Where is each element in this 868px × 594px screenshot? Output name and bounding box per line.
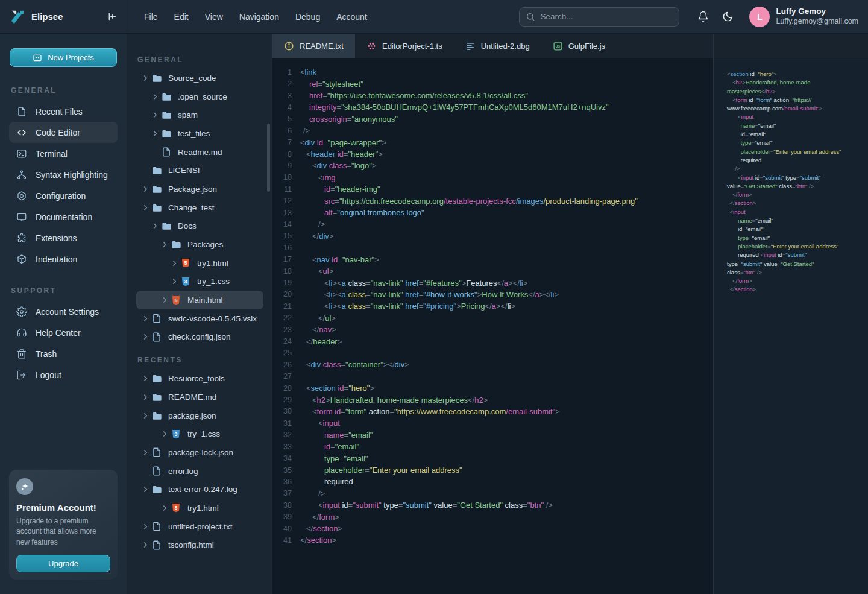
editor-tab-editorporject-1.ts[interactable]: EditorPorject-1.ts — [355, 34, 454, 58]
sidebar-item-terminal[interactable]: Terminal — [9, 143, 118, 164]
code-area[interactable]: 1<link2rel="stylesheet"3href="https://us… — [272, 58, 713, 546]
code-line[interactable]: 7<div id="page-wrapper"> — [272, 136, 713, 148]
tree-item-tsconfig.html[interactable]: tsconfig.html — [136, 536, 263, 555]
code-line[interactable]: 32name="email" — [272, 429, 713, 441]
code-line[interactable]: 40</section> — [272, 523, 713, 534]
editor-tab-readme.txt[interactable]: README.txt — [272, 34, 355, 58]
chevron-right-icon[interactable] — [152, 223, 161, 229]
code-line[interactable]: 33id="email" — [272, 441, 713, 452]
code-line[interactable]: 23</nav> — [272, 324, 713, 335]
tree-item-test_files[interactable]: test_files — [136, 124, 263, 143]
code-line[interactable]: 27 — [272, 371, 713, 382]
tree-item-try1.html[interactable]: 5try1.html — [136, 499, 263, 517]
code-line[interactable]: 9<div class="logo"> — [272, 160, 713, 171]
code-line[interactable]: 20<li><a class="nav-link" href="#how-it-… — [272, 289, 713, 300]
code-line[interactable]: 6/> — [272, 125, 713, 136]
code-line[interactable]: 30<form id="form" action="https://www.fr… — [272, 406, 713, 417]
code-line[interactable]: 29<h2>Handcrafted, home-made masterpiece… — [272, 394, 713, 405]
code-line[interactable]: 26<div class="container"></div> — [272, 359, 713, 370]
search-box[interactable] — [519, 7, 679, 27]
tree-item-source_code[interactable]: Source_code — [136, 69, 263, 87]
chevron-right-icon[interactable] — [142, 333, 151, 340]
code-line[interactable]: 11id="header-img" — [272, 183, 713, 195]
sidebar-item-trash[interactable]: Trash — [9, 343, 118, 364]
chevron-right-icon[interactable] — [142, 315, 151, 322]
tree-item-licensi[interactable]: LICENSI — [136, 161, 263, 180]
code-line[interactable]: 16 — [272, 242, 713, 253]
code-line[interactable]: 24</header> — [272, 335, 713, 347]
chevron-right-icon[interactable] — [142, 394, 151, 400]
chevron-right-icon[interactable] — [142, 186, 151, 192]
tree-item-readme.md[interactable]: README.md — [136, 388, 263, 406]
tree-item-text-error-0.247.log[interactable]: text-error-0.247.log — [136, 480, 263, 499]
tree-item-docs[interactable]: Docs — [136, 217, 263, 236]
tree-item-resuorce_tools[interactable]: Resuorce_tools — [136, 369, 263, 388]
chevron-right-icon[interactable] — [162, 297, 171, 303]
code-line[interactable]: 22</ul> — [272, 312, 713, 324]
code-line[interactable]: 25 — [272, 347, 713, 359]
chevron-right-icon[interactable] — [171, 278, 180, 285]
dark-mode-moon-icon[interactable] — [722, 11, 734, 22]
sidebar-item-indentation[interactable]: Indentation — [9, 248, 118, 270]
tree-item-.open_source[interactable]: .open_source — [136, 87, 263, 106]
sidebar-item-configuration[interactable]: Configuration — [9, 185, 118, 206]
tree-item-package-lock.json[interactable]: package-lock.json — [136, 443, 263, 462]
tree-item-packages[interactable]: Packages — [136, 235, 263, 254]
sidebar-item-logout[interactable]: Logout — [9, 364, 118, 385]
code-line[interactable]: 36required — [272, 476, 713, 487]
chevron-right-icon[interactable] — [142, 412, 151, 419]
tree-item-error.log[interactable]: error.log — [136, 462, 263, 481]
chevron-right-icon[interactable] — [152, 112, 161, 118]
code-line[interactable]: 12src="https://cdn.freecodecamp.org/test… — [272, 195, 713, 206]
tree-item-package.json[interactable]: package.json — [136, 406, 263, 425]
tree-item-swdc-vscode-0.5.45.vsix[interactable]: swdc-vscode-0.5.45.vsix — [136, 309, 263, 328]
menu-item-debug[interactable]: Debug — [295, 12, 320, 22]
chevron-right-icon[interactable] — [162, 241, 171, 248]
code-line[interactable]: 10<img — [272, 172, 713, 183]
code-line[interactable]: 15</div> — [272, 230, 713, 242]
tree-item-untlited-project.txt[interactable]: untlited-project.txt — [136, 517, 263, 536]
chevron-right-icon[interactable] — [162, 431, 171, 437]
code-line[interactable]: 21<li><a class="nav-link" href="#pricing… — [272, 300, 713, 312]
tree-scrollbar[interactable] — [267, 124, 270, 192]
code-line[interactable]: 41</section> — [272, 534, 713, 546]
code-line[interactable]: 1<link — [272, 66, 713, 78]
tree-item-try_1.css[interactable]: 3try_1.css — [136, 273, 263, 291]
chevron-right-icon[interactable] — [142, 486, 151, 493]
chevron-right-icon[interactable] — [142, 523, 151, 530]
sidebar-item-account-settings[interactable]: Account Settings — [9, 301, 118, 322]
tree-item-check.config.json[interactable]: check.config.json — [136, 328, 263, 347]
menu-item-navigation[interactable]: Navigation — [239, 12, 279, 22]
tree-item-change_test[interactable]: Change_test — [136, 198, 263, 217]
menu-item-edit[interactable]: Edit — [174, 12, 189, 22]
tree-item-readme.md[interactable]: Readme.md — [136, 143, 263, 162]
sidebar-item-documentation[interactable]: Documentation — [9, 206, 118, 227]
chevron-right-icon[interactable] — [142, 542, 151, 548]
chevron-right-icon[interactable] — [142, 204, 151, 211]
code-line[interactable]: 18<ul> — [272, 265, 713, 277]
tree-item-try_1.css[interactable]: 3try_1.css — [136, 425, 263, 443]
chevron-right-icon[interactable] — [171, 260, 180, 267]
menu-item-file[interactable]: File — [144, 12, 158, 22]
code-line[interactable]: 28<section id="hero"> — [272, 382, 713, 394]
avatar[interactable]: L — [749, 7, 770, 27]
editor-tab-untlited-2.dbg[interactable]: Untlited-2.dbg — [454, 34, 541, 58]
sidebar-item-syntax-highlighting[interactable]: Syntax Highlighting — [9, 164, 118, 185]
code-line[interactable]: 2rel="stylesheet" — [272, 78, 713, 89]
sidebar-item-help-center[interactable]: Help Center — [9, 322, 118, 343]
code-line[interactable]: 19<li><a class="nav-link" href="#feature… — [272, 277, 713, 288]
sidebar-item-recent-files[interactable]: Recent Files — [9, 101, 118, 122]
code-line[interactable]: 31<input — [272, 417, 713, 429]
code-line[interactable]: 4integrity="sha384-50oBUHEmvpQ+1lW4y57PT… — [272, 101, 713, 113]
minimap-panel[interactable]: <section id="hero"><h2>Handcrafted, home… — [713, 34, 868, 594]
notifications-bell-icon[interactable] — [697, 11, 709, 22]
editor-tab-gulpfile.js[interactable]: JsGulpFile.js — [541, 34, 617, 58]
upgrade-button[interactable]: Upgrade — [16, 555, 110, 572]
chevron-right-icon[interactable] — [142, 449, 151, 456]
code-line[interactable]: 5crossorigin="anonymous" — [272, 113, 713, 125]
collapse-sidebar-icon[interactable] — [107, 11, 117, 22]
code-line[interactable]: 37/> — [272, 488, 713, 499]
code-line[interactable]: 35placeholder="Enter your email address" — [272, 464, 713, 476]
menu-item-view[interactable]: View — [205, 12, 223, 22]
chevron-right-icon[interactable] — [152, 130, 161, 137]
